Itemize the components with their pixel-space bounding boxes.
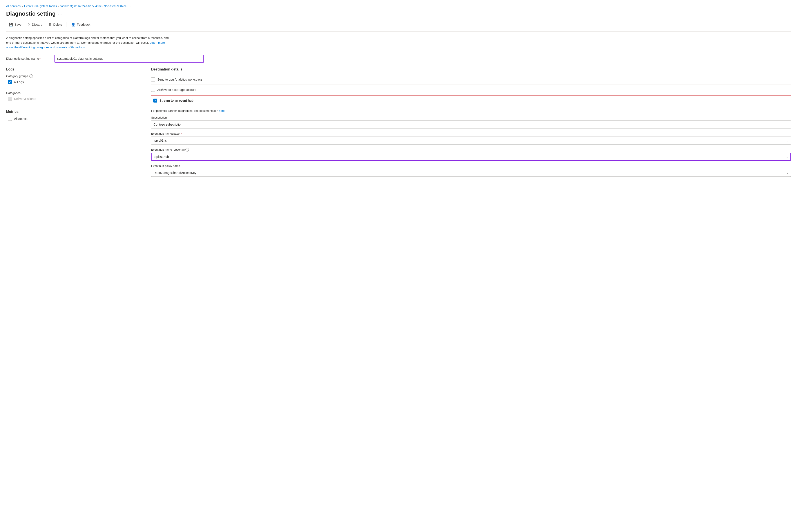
- storage-account-row: Archive to a storage account: [151, 85, 791, 95]
- all-metrics-checkbox[interactable]: [8, 117, 12, 121]
- category-groups-label: Category groups i: [6, 74, 138, 78]
- metrics-divider: [6, 124, 138, 124]
- event-hub-row: Stream to an event hub: [151, 95, 791, 106]
- log-analytics-row: Send to Log Analytics workspace: [151, 74, 791, 85]
- page-more-options[interactable]: ...: [58, 11, 63, 16]
- event-hub-name-dropdown[interactable]: topic01hub ⌄: [151, 153, 791, 161]
- event-hub-policy-dropdown[interactable]: RootManageSharedAccessKey ⌄: [151, 169, 791, 177]
- event-hub-policy-label: Event hub policy name: [151, 164, 791, 168]
- diagnostic-name-row: Diagnostic setting name* systemtopic01-d…: [6, 55, 791, 62]
- all-metrics-label[interactable]: AllMetrics: [14, 117, 27, 120]
- discard-button[interactable]: ✕ Discard: [25, 21, 45, 28]
- delivery-failures-checkbox[interactable]: [8, 97, 12, 101]
- page-header: Diagnostic setting ...: [6, 10, 791, 17]
- save-icon: 💾: [9, 22, 13, 26]
- metrics-section: Metrics AllMetrics: [6, 110, 138, 121]
- subscription-field: Subscription Contoso subscription ⌄: [151, 116, 791, 129]
- all-logs-row: allLogs: [6, 80, 138, 84]
- delete-icon: 🗑: [48, 23, 52, 26]
- subscription-chevron-icon: ⌄: [786, 123, 789, 126]
- description-text: A diagnostic setting specifies a list of…: [6, 36, 173, 50]
- partner-link[interactable]: here: [219, 109, 225, 112]
- delivery-failures-row: DeliveryFailures: [6, 97, 138, 101]
- categories-section: Categories DeliveryFailures: [6, 91, 138, 101]
- left-panel: Logs Category groups i allLogs Categorie…: [6, 68, 138, 127]
- destination-section-title: Destination details: [151, 68, 791, 71]
- event-hub-namespace-field: Event hub namespace * topic01ns ⌄: [151, 132, 791, 145]
- event-hub-namespace-dropdown[interactable]: topic01ns ⌄: [151, 137, 791, 145]
- feedback-button[interactable]: 👤 Feedback: [69, 21, 93, 28]
- partner-text: For potential partner integrations, see …: [151, 109, 791, 112]
- event-hub-policy-field: Event hub policy name RootManageSharedAc…: [151, 164, 791, 177]
- feedback-icon: 👤: [71, 22, 76, 26]
- breadcrumb-all-services[interactable]: All services: [6, 4, 21, 8]
- log-analytics-checkbox[interactable]: [151, 77, 155, 81]
- metrics-section-title: Metrics: [6, 110, 138, 114]
- event-hub-checkbox[interactable]: [153, 99, 157, 102]
- diagnostic-name-label: Diagnostic setting name*: [6, 57, 50, 60]
- subscription-dropdown[interactable]: Contoso subscription ⌄: [151, 120, 791, 129]
- categories-label: Categories: [6, 91, 138, 95]
- event-hub-name-info-icon[interactable]: i: [185, 148, 189, 152]
- subscription-label: Subscription: [151, 116, 791, 119]
- main-content: Logs Category groups i allLogs Categorie…: [6, 68, 791, 180]
- namespace-chevron-icon: ⌄: [786, 139, 789, 142]
- delivery-failures-label: DeliveryFailures: [14, 97, 36, 100]
- toolbar: 💾 Save ✕ Discard 🗑 Delete 👤 Feedback: [6, 21, 791, 32]
- all-metrics-row: AllMetrics: [6, 117, 138, 121]
- event-hub-name-field: Event hub name (optional) i topic01hub ⌄: [151, 148, 791, 161]
- chevron-down-icon: ⌄: [199, 57, 201, 60]
- log-analytics-label[interactable]: Send to Log Analytics workspace: [157, 78, 202, 81]
- delete-button[interactable]: 🗑 Delete: [46, 21, 64, 28]
- category-groups-info-icon[interactable]: i: [30, 74, 33, 78]
- page-title: Diagnostic setting: [6, 10, 56, 17]
- hub-name-chevron-icon: ⌄: [786, 155, 788, 158]
- logs-divider: [6, 88, 138, 88]
- breadcrumb-topic[interactable]: topic01stg-811a624a-8a77-437e-89de-dfeb5…: [60, 4, 128, 8]
- event-hub-namespace-label: Event hub namespace *: [151, 132, 791, 135]
- storage-account-checkbox[interactable]: [151, 88, 155, 92]
- storage-account-label[interactable]: Archive to a storage account: [157, 88, 196, 92]
- policy-chevron-icon: ⌄: [786, 171, 789, 174]
- save-button[interactable]: 💾 Save: [6, 21, 24, 28]
- diagnostic-name-input[interactable]: systemtopic01-diagnostic-settings ⌄: [55, 55, 204, 62]
- all-logs-label[interactable]: allLogs: [14, 80, 24, 84]
- all-logs-checkbox[interactable]: [8, 80, 12, 84]
- toolbar-divider: [67, 22, 67, 27]
- event-hub-name-label: Event hub name (optional) i: [151, 148, 791, 152]
- category-groups-section: Category groups i allLogs: [6, 74, 138, 84]
- breadcrumb: All services › Event Grid System Topics …: [6, 4, 791, 8]
- breadcrumb-event-grid[interactable]: Event Grid System Topics: [24, 4, 57, 8]
- right-panel: Destination details Send to Log Analytic…: [151, 68, 791, 180]
- event-hub-label[interactable]: Stream to an event hub: [160, 99, 193, 102]
- logs-section-title: Logs: [6, 68, 138, 71]
- discard-icon: ✕: [28, 22, 31, 26]
